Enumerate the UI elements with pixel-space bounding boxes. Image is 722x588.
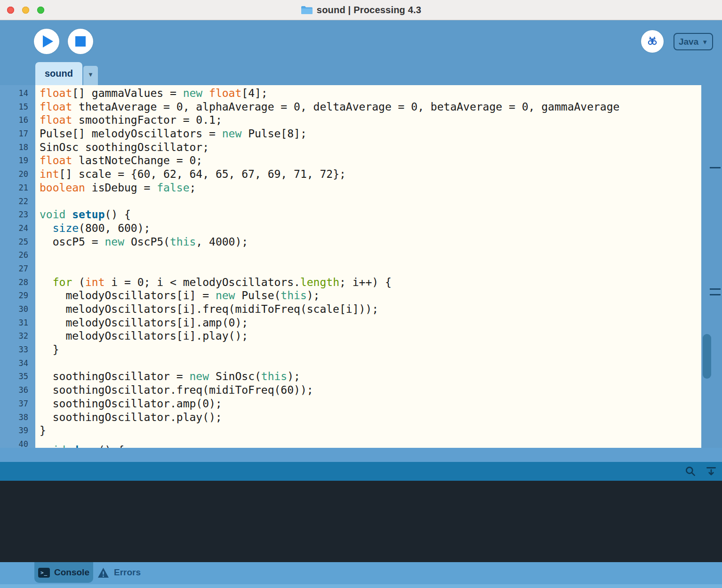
code-line: boolean isDebug = false;	[40, 181, 701, 195]
code-line: float smoothingFactor = 0.1;	[40, 113, 701, 127]
sketch-tab-sound[interactable]: sound	[35, 62, 82, 85]
code-line: melodyOscillators[i] = new Pulse(this);	[40, 289, 701, 302]
debug-butterfly-icon	[646, 35, 659, 48]
line-number: 20	[0, 167, 35, 181]
stop-icon	[75, 36, 86, 47]
code-line	[40, 262, 701, 276]
line-number: 15	[0, 100, 35, 114]
code-line: SinOsc soothingOscillator;	[40, 141, 701, 154]
line-number: 35	[0, 370, 35, 383]
code-line: float thetaAverage = 0, alphaAverage = 0…	[40, 100, 701, 114]
vertical-scrollbar-thumb[interactable]	[703, 334, 711, 379]
line-number: 19	[0, 154, 35, 167]
debug-button[interactable]	[641, 30, 664, 53]
minimize-button[interactable]	[22, 7, 29, 14]
stop-button[interactable]	[68, 29, 93, 54]
titlebar: sound | Processing 4.3	[0, 0, 722, 20]
tab-menu-caret-icon: ▼	[88, 71, 94, 78]
code-line: oscP5 = new OscP5(this, 4000);	[40, 235, 701, 249]
line-number: 16	[0, 113, 35, 127]
tab-errors[interactable]: Errors	[97, 562, 141, 583]
line-number: 27	[0, 262, 35, 276]
line-number: 30	[0, 302, 35, 316]
tab-console[interactable]: >_ Console	[34, 562, 93, 583]
chevron-down-icon: ▼	[702, 39, 708, 46]
line-number-gutter: 1415161718192021222324252627282930313233…	[0, 85, 35, 448]
processing-window: sound | Processing 4.3 Java ▼ sound ▼ 14…	[0, 0, 722, 588]
line-number: 29	[0, 289, 35, 302]
code-line: float lastNoteChange = 0;	[40, 154, 701, 167]
window-title: sound | Processing 4.3	[317, 5, 421, 16]
code-line: }	[40, 343, 701, 357]
code-line: Pulse[] melodyOscillators = new Pulse[8]…	[40, 127, 701, 141]
errors-tab-label: Errors	[114, 567, 141, 578]
code-line: melodyOscillators[i].play();	[40, 329, 701, 343]
console-scroll-bottom-button[interactable]	[704, 464, 718, 478]
line-number: 18	[0, 141, 35, 154]
line-number: 40	[0, 437, 35, 448]
line-number: 23	[0, 208, 35, 222]
code-lines: float[] gammaValues = new float[4];float…	[40, 87, 701, 448]
occurrence-marker[interactable]	[710, 288, 721, 290]
sketch-tab-label: sound	[45, 68, 73, 79]
code-line	[40, 248, 701, 262]
line-number: 36	[0, 383, 35, 397]
console-toolbar	[0, 462, 722, 481]
code-line: soothingOscillator.play();	[40, 411, 701, 424]
code-line: float[] gammaValues = new float[4];	[40, 87, 701, 100]
run-button[interactable]	[34, 29, 59, 54]
code-line: int[] scale = {60, 62, 64, 65, 67, 69, 7…	[40, 167, 701, 181]
folder-icon	[301, 5, 313, 15]
code-line	[40, 357, 701, 370]
horizontal-scrollbar-track[interactable]	[0, 448, 722, 462]
mode-label: Java	[679, 37, 698, 47]
close-button[interactable]	[7, 7, 14, 14]
line-number: 28	[0, 276, 35, 289]
code-line	[40, 195, 701, 208]
console-search-button[interactable]	[683, 464, 698, 478]
code-line: soothingOscillator.freq(midiToFreq(60));	[40, 383, 701, 397]
code-line: }	[40, 424, 701, 437]
line-number: 33	[0, 343, 35, 357]
zoom-button[interactable]	[37, 7, 44, 14]
code-line: for (int i = 0; i < melodyOscillators.le…	[40, 276, 701, 289]
console-output[interactable]	[0, 481, 722, 562]
occurrence-marker[interactable]	[710, 294, 721, 295]
line-number: 37	[0, 397, 35, 411]
line-number: 39	[0, 424, 35, 437]
line-number: 21	[0, 181, 35, 195]
search-icon	[684, 465, 697, 477]
code-line: void setup() {	[40, 208, 701, 222]
line-number: 22	[0, 195, 35, 208]
window-bottom-edge	[0, 584, 722, 588]
console-tab-label: Console	[54, 567, 89, 578]
line-number: 14	[0, 87, 35, 100]
line-number: 25	[0, 235, 35, 249]
code-line: soothingOscillator = new SinOsc(this);	[40, 370, 701, 383]
mode-selector-button[interactable]: Java ▼	[674, 33, 713, 50]
line-number: 26	[0, 248, 35, 262]
code-line: void draw() {	[40, 444, 701, 448]
code-line: melodyOscillators[i].freq(midiToFreq(sca…	[40, 302, 701, 316]
code-line: soothingOscillator.amp(0);	[40, 397, 701, 411]
code-line: size(800, 600);	[40, 222, 701, 235]
line-number: 38	[0, 411, 35, 424]
line-number: 17	[0, 127, 35, 141]
code-line: melodyOscillators[i].amp(0);	[40, 316, 701, 330]
terminal-icon: >_	[38, 568, 50, 578]
tab-menu-button[interactable]: ▼	[83, 66, 98, 85]
line-number: 24	[0, 222, 35, 235]
scroll-to-bottom-icon	[705, 465, 717, 477]
play-icon	[43, 35, 53, 48]
occurrence-marker[interactable]	[710, 167, 721, 168]
line-number: 34	[0, 357, 35, 370]
line-number: 31	[0, 316, 35, 330]
warning-icon	[97, 567, 109, 578]
line-number: 32	[0, 329, 35, 343]
code-editor[interactable]: float[] gammaValues = new float[4];float…	[35, 85, 701, 448]
